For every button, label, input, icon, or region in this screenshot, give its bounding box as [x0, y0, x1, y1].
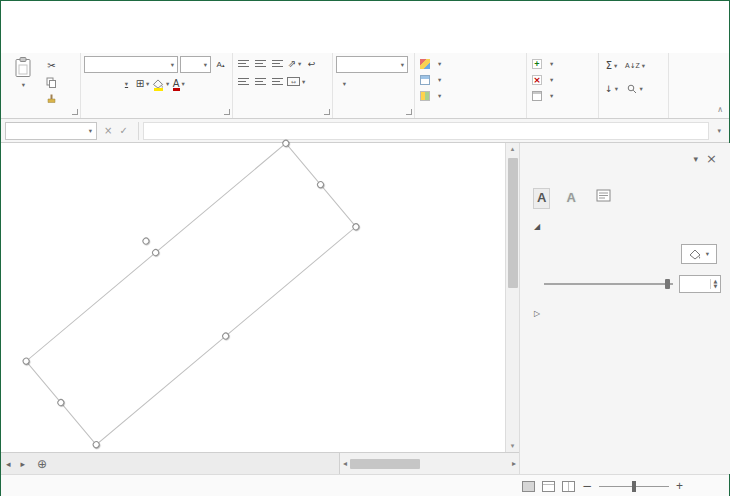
- align-bottom-icon[interactable]: [270, 56, 285, 71]
- ribbon-tab-row: [1, 29, 729, 53]
- zoom-slider[interactable]: [599, 481, 669, 492]
- merge-center-icon[interactable]: ↔▾: [287, 74, 305, 89]
- bold-button[interactable]: [84, 76, 99, 91]
- transparency-spinner[interactable]: ▲▼: [679, 275, 721, 293]
- paste-button[interactable]: ▾: [4, 56, 41, 107]
- slider-thumb[interactable]: [665, 279, 670, 289]
- dialog-launcher-icon[interactable]: [406, 109, 412, 115]
- increase-font-icon[interactable]: A▴: [213, 57, 228, 72]
- underline-button[interactable]: ▾: [118, 76, 133, 91]
- tab-formato[interactable]: [25, 29, 39, 53]
- sheet-tab-bar: ◂ ▸ ⊕ ◂ ▸: [1, 452, 519, 474]
- fill-color-icon[interactable]: ▾: [152, 76, 169, 91]
- zoom-out-icon[interactable]: −: [582, 479, 592, 493]
- tell-me-button[interactable]: [670, 29, 699, 53]
- format-icon: [532, 91, 542, 101]
- orientation-icon[interactable]: ⇗▾: [287, 56, 302, 71]
- sort-filter-icon[interactable]: A↓Z▾: [625, 58, 645, 73]
- align-center-icon[interactable]: [253, 74, 268, 89]
- sheet-nav-right-icon[interactable]: ▸: [16, 453, 31, 474]
- vertical-scrollbar[interactable]: ▴ ▾: [505, 143, 519, 452]
- normal-view-icon[interactable]: [522, 481, 535, 492]
- share-button[interactable]: [699, 29, 729, 53]
- group-numero: ▾ ▾: [333, 53, 415, 118]
- cut-icon[interactable]: ✂: [44, 58, 59, 73]
- scroll-left-icon[interactable]: ◂: [343, 459, 347, 468]
- formula-input[interactable]: [143, 122, 710, 140]
- scrollbar-thumb[interactable]: [508, 158, 518, 288]
- textbox-icon[interactable]: [593, 188, 614, 208]
- transparency-slider[interactable]: [544, 278, 673, 290]
- lightbulb-icon: [678, 34, 687, 48]
- spin-down-icon[interactable]: ▼: [714, 284, 718, 289]
- section-relleno-de-texto[interactable]: ◢: [534, 222, 721, 231]
- align-middle-icon[interactable]: [253, 56, 268, 71]
- group-label-portapapeles: [4, 107, 77, 118]
- font-name-select[interactable]: ▾: [84, 56, 178, 73]
- restore-button[interactable]: [677, 1, 703, 29]
- thousands-format-icon[interactable]: [370, 76, 385, 91]
- text-effects-icon[interactable]: A: [563, 189, 578, 208]
- page-layout-view-icon[interactable]: [542, 481, 555, 492]
- format-cells-button[interactable]: ▾: [530, 88, 595, 104]
- delete-cells-button[interactable]: ×▾: [530, 72, 595, 88]
- delete-icon: ×: [532, 75, 542, 85]
- name-box[interactable]: ▾: [5, 122, 97, 140]
- pane-close-icon[interactable]: ×: [702, 151, 721, 166]
- worksheet-area: ▴ ▾: [1, 143, 519, 452]
- conditional-formatting-icon: [420, 59, 430, 69]
- ribbon-display-options-icon[interactable]: ⌃: [625, 1, 651, 29]
- pane-menu-icon[interactable]: ▾: [690, 154, 703, 164]
- section-contorno-de-texto[interactable]: ▷: [534, 309, 721, 318]
- borders-icon[interactable]: ⊞▾: [135, 76, 150, 91]
- zoom-in-icon[interactable]: +: [676, 479, 683, 493]
- minimize-button[interactable]: —: [651, 1, 677, 29]
- dialog-launcher-icon[interactable]: [324, 109, 330, 115]
- find-select-icon[interactable]: ▾: [625, 82, 645, 97]
- text-fill-outline-icon[interactable]: A: [534, 189, 549, 208]
- insert-cells-button[interactable]: +▾: [530, 56, 595, 72]
- undo-icon[interactable]: ↶: [31, 9, 40, 22]
- currency-format-icon[interactable]: ▾: [336, 76, 351, 91]
- align-right-icon[interactable]: [270, 74, 285, 89]
- color-picker-button[interactable]: ▾: [681, 244, 717, 264]
- new-sheet-button[interactable]: ⊕: [30, 453, 54, 474]
- formula-bar-expand-icon[interactable]: ▾: [713, 127, 725, 135]
- horizontal-scrollbar[interactable]: ◂ ▸: [339, 453, 519, 474]
- copy-icon[interactable]: [44, 75, 59, 90]
- dialog-launcher-icon[interactable]: [72, 109, 78, 115]
- font-color-icon[interactable]: A▾: [171, 76, 186, 91]
- qat-customize-icon[interactable]: ▾: [67, 11, 71, 19]
- scroll-down-icon[interactable]: ▾: [511, 440, 515, 452]
- resize-handle[interactable]: [151, 248, 161, 258]
- enter-icon[interactable]: ✓: [119, 125, 127, 136]
- number-format-select[interactable]: ▾: [336, 56, 408, 73]
- autosum-icon[interactable]: Σ▾: [604, 58, 619, 73]
- align-top-icon[interactable]: [236, 56, 251, 71]
- close-button[interactable]: ×: [703, 1, 729, 29]
- fill-icon[interactable]: ↓▾: [604, 82, 619, 97]
- scroll-right-icon[interactable]: ▸: [512, 459, 516, 468]
- format-as-table-button[interactable]: ▾: [418, 72, 523, 88]
- cancel-icon[interactable]: ×: [104, 125, 112, 136]
- scrollbar-thumb[interactable]: [350, 459, 420, 469]
- percent-format-icon[interactable]: [353, 76, 368, 91]
- collapse-ribbon-icon[interactable]: ∧: [717, 105, 723, 114]
- italic-button[interactable]: [101, 76, 116, 91]
- cell-styles-button[interactable]: ▾: [418, 88, 523, 104]
- scroll-up-icon[interactable]: ▴: [511, 143, 515, 155]
- align-left-icon[interactable]: [236, 74, 251, 89]
- redo-icon[interactable]: ↷: [49, 9, 58, 22]
- format-painter-icon[interactable]: [44, 92, 59, 107]
- person-icon: [707, 35, 717, 48]
- tab-archivo[interactable]: [1, 29, 21, 53]
- sheet-nav-left-icon[interactable]: ◂: [1, 453, 16, 474]
- cell-styles-icon: [420, 91, 430, 101]
- zoom-thumb[interactable]: [632, 481, 636, 492]
- page-break-view-icon[interactable]: [562, 481, 575, 492]
- dialog-launcher-icon[interactable]: [224, 109, 230, 115]
- wrap-text-icon[interactable]: ↩: [304, 56, 319, 71]
- save-icon[interactable]: [11, 10, 22, 21]
- conditional-formatting-button[interactable]: ▾: [418, 56, 523, 72]
- font-size-select[interactable]: ▾: [180, 56, 211, 73]
